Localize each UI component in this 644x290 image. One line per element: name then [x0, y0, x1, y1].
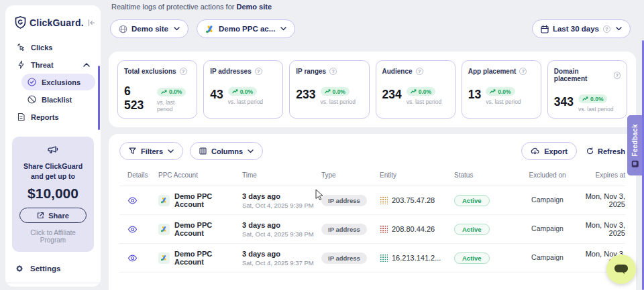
stat-caption: vs. last period — [228, 98, 263, 105]
help-icon[interactable]: ? — [416, 68, 423, 75]
sidebar-item-label: Threat — [31, 61, 54, 69]
sidebar-item-reports[interactable]: Reports — [11, 108, 95, 125]
excluded-on-value: Campaign — [523, 196, 572, 205]
sidebar-item-clicks[interactable]: Clicks — [11, 39, 95, 56]
col-header-entity[interactable]: Entity — [380, 171, 454, 179]
expires-value: Mon, Nov 3, 2025 — [572, 192, 625, 208]
sidebar-item-settings[interactable]: Settings — [5, 256, 101, 281]
col-header-account[interactable]: PPC Account — [158, 171, 242, 179]
entity-value: 16.213.141.2... — [392, 254, 441, 262]
trend-up-icon — [161, 90, 167, 94]
share-button-label: Share — [48, 212, 69, 220]
refresh-icon — [586, 147, 594, 155]
help-icon[interactable]: ? — [519, 68, 527, 75]
help-icon: ? — [603, 25, 610, 33]
stat-label: IP ranges — [296, 68, 326, 75]
page-subtitle: Realtime logs of protective actions for … — [111, 3, 272, 11]
stat-change: 0.0% — [333, 88, 345, 95]
table-row: Demo PPC Account 3 days ago Sat, Oct 4, … — [119, 215, 625, 244]
sidebar-item-label: Exclusions — [42, 78, 80, 86]
refresh-label: Refresh — [598, 147, 625, 155]
ppc-account-selector[interactable]: Demo PPC ac... — [197, 19, 295, 38]
stats-panel: Total exclusions? 6 523 0.0% vs. last pe… — [109, 52, 636, 127]
col-header-type[interactable]: Type — [321, 171, 380, 179]
date-range-selector[interactable]: Last 30 days ? — [532, 19, 631, 38]
stat-value: 343 — [554, 95, 574, 109]
sidebar-collapse-icon[interactable] — [87, 19, 95, 27]
col-header-expires[interactable]: Expires at — [572, 171, 625, 179]
stat-change: 0.0% — [590, 96, 603, 102]
columns-button[interactable]: Columns — [190, 142, 263, 160]
affiliate-link[interactable]: Click to Affiliate Program — [17, 229, 89, 244]
ip-identicon — [380, 254, 388, 262]
stat-card-ip-addresses: IP addresses? 43 0.0% vs. last period — [203, 60, 283, 119]
share-button[interactable]: Share — [19, 208, 87, 223]
settings-label: Settings — [30, 265, 60, 273]
col-header-details[interactable]: Details — [119, 171, 158, 179]
trend-up-icon — [232, 89, 238, 94]
details-eye-button[interactable] — [127, 226, 138, 233]
details-eye-button[interactable] — [127, 197, 138, 204]
chevron-up-icon — [83, 63, 90, 67]
time-relative: 3 days ago — [242, 221, 321, 229]
cursor-click-icon — [16, 43, 25, 52]
stat-card-total-exclusions: Total exclusions? 6 523 0.0% vs. last pe… — [117, 60, 197, 119]
logo-row: ClickGuard. — [5, 5, 101, 37]
export-button[interactable]: Export — [521, 142, 577, 160]
check-circle-icon — [27, 78, 36, 86]
prohibited-icon — [27, 95, 36, 104]
sidebar-scrollbar[interactable] — [98, 66, 100, 130]
stat-label: App placement — [468, 68, 517, 75]
cloud-download-icon — [531, 147, 539, 155]
columns-label: Columns — [211, 147, 243, 155]
lightning-icon — [16, 60, 25, 69]
help-icon[interactable]: ? — [614, 72, 621, 79]
help-icon[interactable]: ? — [329, 68, 337, 75]
chevron-down-icon — [174, 27, 180, 31]
filters-label: Filters — [141, 147, 163, 155]
stat-change: 0.0% — [240, 88, 253, 95]
account-selector[interactable]: NA gmail.com naatali.ro@gmail.com — [5, 283, 101, 287]
funnel-icon — [129, 147, 136, 155]
date-range-label: Last 30 days — [553, 25, 599, 33]
expires-value: Mon, Nov 3, 2025 — [572, 221, 625, 237]
time-absolute: Sat, Oct 4, 2025 9:39 PM — [242, 202, 321, 209]
col-header-excluded-on[interactable]: Excluded on — [523, 171, 572, 179]
chat-launcher-button[interactable] — [606, 255, 636, 284]
ppc-selector-label: Demo PPC ac... — [219, 25, 275, 33]
ip-identicon — [380, 196, 388, 204]
col-header-time[interactable]: Time — [242, 171, 321, 179]
sidebar-item-blacklist[interactable]: Blacklist — [21, 91, 95, 108]
sidebar: ClickGuard. Clicks Threat Exclusions — [5, 5, 101, 287]
refresh-button[interactable]: Refresh — [586, 147, 625, 155]
status-badge: Active — [454, 224, 490, 235]
feedback-label: Feedback — [631, 124, 639, 157]
gear-icon — [15, 264, 24, 273]
stat-value: 43 — [210, 88, 223, 102]
feedback-tab[interactable]: Feedback — [627, 115, 642, 175]
trend-up-icon — [582, 96, 588, 101]
details-eye-button[interactable] — [127, 255, 138, 262]
col-header-status[interactable]: Status — [454, 171, 523, 179]
stat-label: IP addresses — [210, 68, 252, 75]
stat-value: 233 — [296, 88, 315, 102]
sidebar-item-threat[interactable]: Threat — [11, 56, 95, 73]
subtitle-site-name: Demo site — [236, 3, 272, 11]
export-label: Export — [544, 147, 568, 155]
trend-up-icon — [325, 89, 331, 94]
affiliate-promo-card: Share ClickGuard and get up to $10,000 S… — [12, 137, 94, 252]
filters-button[interactable]: Filters — [119, 142, 183, 160]
help-icon[interactable]: ? — [255, 68, 262, 75]
stat-card-ip-ranges: IP ranges? 233 0.0% vs. last period — [289, 60, 369, 119]
main-content: Realtime logs of protective actions for … — [109, 0, 636, 290]
site-selector[interactable]: Demo site — [110, 19, 189, 38]
selector-row: Demo site Demo PPC ac... Last 30 days ? — [110, 19, 631, 38]
table-row: Demo PPC Account 3 days ago Sat, Oct 4, … — [119, 186, 625, 215]
help-icon[interactable]: ? — [180, 68, 187, 75]
clickguard-shield-logo-icon — [15, 16, 26, 29]
logs-table-panel: Filters Columns Export — [109, 134, 636, 290]
google-ads-icon — [158, 224, 170, 235]
table-toolbar: Filters Columns Export — [119, 142, 625, 160]
sidebar-item-exclusions[interactable]: Exclusions — [21, 74, 95, 90]
stat-card-domain-placement: Domain placement? 343 0.0% vs. last peri… — [547, 60, 627, 119]
